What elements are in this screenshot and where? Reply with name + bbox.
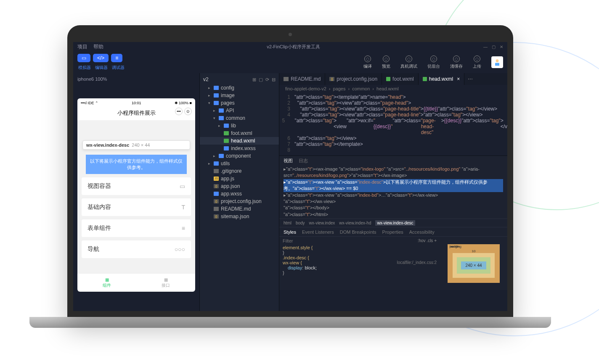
maximize-icon[interactable]: ▢: [492, 45, 496, 49]
tab-icon: ▦: [105, 277, 109, 282]
menu-help[interactable]: 帮助: [93, 43, 103, 50]
dom-breadcrumb[interactable]: htmlbodywx-view.indexwx-view.index-hdwx-…: [279, 219, 507, 227]
styles-filter-meta[interactable]: :hov .cls +: [418, 238, 437, 243]
label-simulator: 模拟器: [77, 65, 92, 71]
capsule-menu-icon[interactable]: •••: [175, 108, 183, 115]
phone-statusbar: •••ıl IDE ⌃ 10:01 ✱ 100% ■: [77, 98, 195, 108]
selected-element-overlay: 以下将展示小程序官方组件能力，组件样式仅供参考。: [86, 155, 187, 174]
toggle-editor-icon[interactable]: </>: [93, 54, 109, 62]
menu-project[interactable]: 项目: [77, 43, 87, 50]
devtools-tab-console[interactable]: 日志: [299, 158, 308, 164]
label-debugger: 调试器: [111, 65, 125, 71]
cache-icon: ◌: [453, 55, 460, 62]
editor-breadcrumb[interactable]: fino-applet-demo-v2›pages›common›head.wx…: [279, 85, 507, 92]
simulator-device[interactable]: iphone6 100%: [77, 76, 195, 82]
file-tree-item[interactable]: index.wxss: [200, 145, 279, 152]
preview-icon: ◌: [383, 55, 390, 62]
dom-node[interactable]: ▸"a">class="t"><wx-view "a">class="index…: [284, 179, 503, 192]
file-tree-item[interactable]: JSapp.js: [200, 175, 279, 182]
file-tree-item[interactable]: head.wxml: [200, 137, 279, 145]
styles-tab[interactable]: Styles: [284, 229, 296, 235]
styles-filter-input[interactable]: [283, 238, 418, 243]
upload-icon: ◌: [474, 55, 480, 62]
back-icon: ◌: [430, 55, 437, 62]
avatar[interactable]: [491, 56, 503, 68]
file-tree-item[interactable]: ▸component: [200, 152, 279, 160]
new-file-icon[interactable]: ⊞: [252, 77, 256, 82]
file-explorer: v2 ⊞ ▢ ⟳ ⊟ ▸config▸image▾pages▸API▾commo…: [199, 73, 279, 311]
tab-icon: ▦: [164, 277, 168, 282]
new-folder-icon[interactable]: ▢: [259, 77, 263, 82]
ide-window: 项目 帮助 v2-FinClip小程序开发工具 — ▢ ✕ ▭ </> ≡: [73, 42, 507, 311]
dom-node[interactable]: "a">class="t"></html>: [284, 211, 503, 218]
window-title: v2-FinClip小程序开发工具: [109, 44, 477, 50]
toolbar-remote-button[interactable]: ◌真机调试: [400, 55, 417, 69]
devtools-panel: 视图 日志 ▸"a">class="t"><wx-image "a">class…: [279, 156, 507, 290]
toolbar-preview-button[interactable]: ◌预览: [382, 55, 390, 69]
file-tree-item[interactable]: ▸image: [200, 92, 279, 99]
toolbar-upload-button[interactable]: ◌上传: [473, 55, 481, 69]
code-editor[interactable]: 1"attr">class="tag"><template "attr">nam…: [279, 92, 507, 156]
dom-node[interactable]: ▸"a">class="t"><wx-image "a">class="inde…: [284, 166, 503, 179]
file-tree-item[interactable]: ▸API: [200, 107, 279, 114]
toolbar-cache-button[interactable]: ◌清缓存: [450, 55, 463, 69]
styles-tab[interactable]: DOM Breakpoints: [340, 229, 376, 235]
toolbar-compile-button[interactable]: ◌编译: [363, 55, 372, 69]
phone-preview[interactable]: •••ıl IDE ⌃ 10:01 ✱ 100% ■ 小程序组件展示 ••• ⊙: [77, 98, 195, 292]
simulator-panel: iphone6 100% •••ıl IDE ⌃ 10:01 ✱ 100% ■ …: [73, 73, 199, 311]
file-tree-item[interactable]: README.md: [200, 205, 279, 213]
capsule-close-icon[interactable]: ⊙: [184, 108, 192, 115]
project-root[interactable]: v2: [203, 76, 209, 82]
toggle-simulator-icon[interactable]: ▭: [77, 54, 90, 62]
file-tree-item[interactable]: ▸config: [200, 84, 279, 92]
editor-tab[interactable]: foot.wxml: [382, 73, 419, 85]
list-item[interactable]: 视图容器▭: [82, 177, 191, 195]
list-item[interactable]: 导航○○○: [82, 240, 191, 258]
toggle-debugger-icon[interactable]: ≡: [111, 54, 122, 62]
dom-tree[interactable]: ▸"a">class="t"><wx-image "a">class="inde…: [279, 165, 507, 219]
svg-point-0: [496, 59, 499, 62]
box-model: margin 10 border padding 240 × 44: [440, 237, 507, 290]
file-tree-item[interactable]: {}sitemap.json: [200, 213, 279, 220]
styles-tab[interactable]: Accessibility: [409, 229, 435, 235]
phone-tab[interactable]: ▦接口: [136, 274, 195, 292]
minimize-icon[interactable]: —: [483, 45, 488, 49]
file-tree-item[interactable]: ▾common: [200, 114, 279, 122]
tab-close-icon[interactable]: ×: [457, 76, 460, 82]
list-item[interactable]: 基础内容T: [82, 198, 191, 216]
editor-tab[interactable]: {}project.config.json: [325, 73, 382, 85]
laptop-frame: 项目 帮助 v2-FinClip小程序开发工具 — ▢ ✕ ▭ </> ≡: [67, 25, 513, 328]
file-tree-item[interactable]: ▸utils: [200, 160, 279, 167]
refresh-icon[interactable]: ⟳: [265, 77, 269, 82]
file-tree-item[interactable]: {}project.config.json: [200, 198, 279, 205]
close-icon[interactable]: ✕: [500, 45, 503, 49]
remote-icon: ◌: [406, 55, 412, 62]
file-tree-item[interactable]: ▸lib: [200, 122, 279, 129]
label-editor: 编辑器: [94, 65, 109, 71]
phone-tab[interactable]: ▦组件: [77, 274, 136, 292]
tab-overflow-icon[interactable]: ⋯: [464, 73, 476, 85]
editor-tab[interactable]: README.md: [279, 73, 325, 85]
editor-tab[interactable]: head.wxml×: [419, 73, 464, 85]
devtools-tab-elements[interactable]: 视图: [284, 158, 293, 164]
file-tree-item[interactable]: ▾pages: [200, 99, 279, 107]
menubar: 项目 帮助 v2-FinClip小程序开发工具 — ▢ ✕: [73, 42, 507, 51]
styles-tab[interactable]: Properties: [382, 229, 403, 235]
phone-title: 小程序组件展示 ••• ⊙: [77, 108, 195, 120]
styles-tab[interactable]: Event Listeners: [302, 229, 334, 235]
toolbar-back-button[interactable]: ◌切后台: [427, 55, 440, 69]
file-tree-item[interactable]: {}app.json: [200, 182, 279, 190]
dom-node[interactable]: "a">class="t"></wx-view>: [284, 198, 503, 205]
collapse-icon[interactable]: ⊟: [272, 77, 276, 82]
styles-pane[interactable]: :hov .cls + element.style {}.index-desc …: [279, 237, 440, 290]
compile-icon: ◌: [364, 55, 371, 62]
svg-rect-1: [495, 63, 499, 66]
dom-node[interactable]: "a">class="t"></body>: [284, 205, 503, 211]
list-item[interactable]: 表单组件≡: [82, 219, 191, 237]
file-tree-item[interactable]: app.wxss: [200, 190, 279, 198]
dom-node[interactable]: ▸"a">class="t"><wx-view "a">class="index…: [284, 192, 503, 198]
file-tree-item[interactable]: .gitignore: [200, 167, 279, 175]
inspect-tooltip: wx-view.index-desc240 × 44: [82, 140, 190, 150]
toolbar: ▭ </> ≡ 模拟器 编辑器 调试器 ◌编译◌预览◌真机调试◌切后台◌清缓存◌…: [73, 51, 507, 73]
file-tree-item[interactable]: foot.wxml: [200, 129, 279, 137]
